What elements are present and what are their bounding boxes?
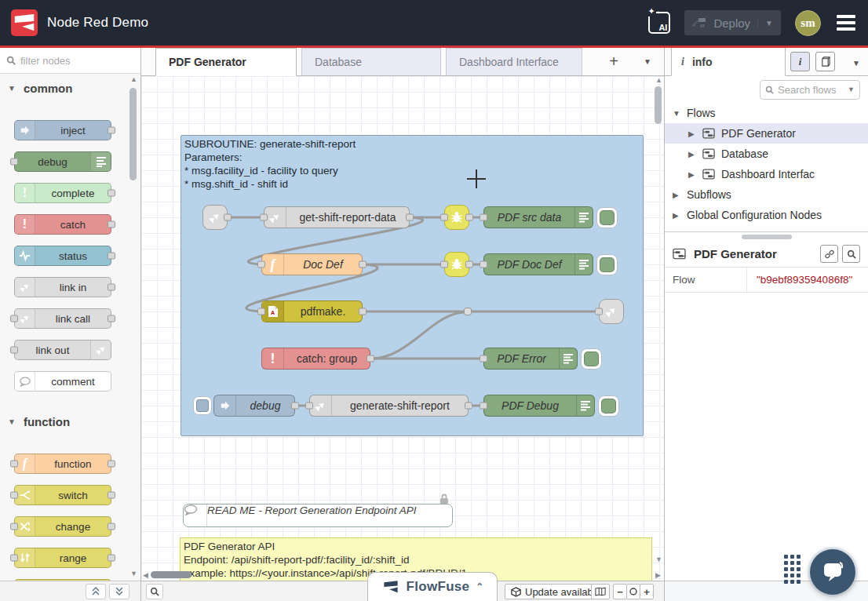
port[interactable] bbox=[480, 402, 487, 410]
scroll-down-icon[interactable]: ▼ bbox=[130, 570, 137, 577]
palette-node-range[interactable]: range bbox=[14, 548, 111, 568]
help-book-button[interactable] bbox=[815, 52, 835, 71]
flowfuse-button[interactable]: FlowFuse ⌃ bbox=[367, 572, 498, 601]
zoom-reset-button[interactable] bbox=[626, 584, 640, 599]
add-flow-button[interactable]: + bbox=[604, 53, 623, 71]
palette-node-switch[interactable]: switch bbox=[14, 485, 111, 505]
canvas-search-button[interactable] bbox=[146, 584, 163, 599]
node-bug-2[interactable] bbox=[444, 252, 469, 277]
port[interactable] bbox=[406, 214, 414, 221]
search-flows-select[interactable]: Search flows ▼ bbox=[760, 80, 860, 100]
deploy-caret-icon[interactable]: ▼ bbox=[757, 19, 773, 27]
palette-node-comment[interactable]: comment bbox=[14, 371, 111, 392]
port[interactable] bbox=[305, 402, 313, 410]
palette-node-inject[interactable]: inject bbox=[14, 120, 111, 140]
node-inject-debug[interactable]: debug bbox=[213, 395, 295, 417]
node-get-shift-report-data[interactable]: get-shift-report-data bbox=[264, 206, 410, 228]
zoom-in-button[interactable]: + bbox=[640, 584, 654, 599]
port[interactable] bbox=[480, 355, 487, 362]
copy-link-button[interactable] bbox=[820, 245, 838, 263]
palette-node-debug[interactable]: debug bbox=[14, 151, 111, 172]
tab-database[interactable]: Database bbox=[301, 48, 441, 75]
port[interactable] bbox=[224, 214, 232, 221]
port[interactable] bbox=[108, 555, 115, 562]
splitter-grip[interactable] bbox=[742, 235, 792, 239]
zoom-out-button[interactable]: − bbox=[613, 584, 627, 599]
chevron-right-icon[interactable]: ▶ bbox=[688, 150, 696, 158]
tab-pdf-generator[interactable]: PDF Generator bbox=[155, 48, 297, 76]
tree-item-pdf-generator[interactable]: ▶ PDF Generator bbox=[665, 123, 868, 144]
scroll-up-icon[interactable]: ▲ bbox=[130, 75, 137, 83]
chevron-right-icon[interactable]: ▶ bbox=[688, 170, 696, 179]
node-readme-comment[interactable]: READ ME - Report Generation Endpoint API bbox=[183, 504, 453, 527]
expand-all-button[interactable] bbox=[109, 584, 129, 599]
node-pdf-error[interactable]: PDF Error bbox=[483, 348, 578, 370]
chevron-right-icon[interactable]: ▶ bbox=[673, 211, 680, 220]
port[interactable] bbox=[465, 261, 473, 268]
node-doc-def[interactable]: f Doc Def bbox=[261, 253, 363, 275]
scroll-down-icon[interactable]: ▼ bbox=[655, 555, 662, 563]
port[interactable] bbox=[10, 347, 18, 354]
deploy-button[interactable]: Deploy ▼ bbox=[684, 10, 781, 35]
port[interactable] bbox=[595, 308, 603, 315]
port[interactable] bbox=[10, 461, 18, 468]
port[interactable] bbox=[359, 261, 367, 268]
palette-node-complete[interactable]: ! complete bbox=[14, 183, 111, 203]
scroll-right-icon[interactable]: ▶ bbox=[655, 571, 661, 579]
node-pdfmake[interactable]: A pdfmake. bbox=[261, 300, 363, 322]
tree-item-flows[interactable]: ▼ Flows bbox=[665, 103, 868, 123]
palette-node-function[interactable]: f function bbox=[14, 453, 111, 474]
palette-node-link-in[interactable]: link in bbox=[14, 277, 111, 297]
node-pdf-debug[interactable]: PDF Debug bbox=[483, 395, 595, 417]
port[interactable] bbox=[108, 190, 115, 197]
node-pdf-doc-def[interactable]: PDF Doc Def bbox=[483, 253, 593, 275]
node-bug-1[interactable] bbox=[444, 205, 469, 230]
tree-item-dashboard-interface[interactable]: ▶ Dashboard Interfac bbox=[665, 164, 868, 184]
debug-toggle-button[interactable] bbox=[598, 395, 619, 417]
sidebar-menu-caret-icon[interactable]: ▼ bbox=[852, 59, 860, 67]
info-panel-button[interactable]: i bbox=[790, 52, 810, 71]
port[interactable] bbox=[367, 355, 374, 362]
inject-button[interactable] bbox=[193, 396, 212, 415]
user-avatar[interactable]: sm bbox=[795, 10, 821, 36]
chevron-right-icon[interactable]: ▶ bbox=[673, 191, 680, 199]
tree-item-database[interactable]: ▶ Database bbox=[665, 144, 868, 164]
node-pdf-src-data[interactable]: PDF src data bbox=[483, 206, 593, 228]
tab-info[interactable]: i info bbox=[671, 48, 786, 76]
port[interactable] bbox=[108, 253, 115, 260]
port[interactable] bbox=[108, 127, 115, 134]
scroll-left-icon[interactable]: ◀ bbox=[143, 571, 148, 579]
tab-dashboard-interface[interactable]: Dashboard Interface bbox=[446, 48, 582, 75]
port[interactable] bbox=[480, 261, 487, 268]
flow-canvas[interactable]: SUBROUTINE: generate-shift-report Parame… bbox=[141, 76, 664, 581]
port[interactable] bbox=[108, 461, 115, 468]
ai-assistant-button[interactable]: ✦ ✦ AI bbox=[648, 12, 670, 34]
node-link-in[interactable] bbox=[202, 205, 228, 230]
category-function[interactable]: ▼ function bbox=[8, 415, 70, 428]
tree-item-global-config[interactable]: ▶ Global Configuration Nodes bbox=[665, 205, 868, 225]
port[interactable] bbox=[10, 315, 18, 322]
port[interactable] bbox=[10, 555, 18, 562]
main-menu-button[interactable] bbox=[835, 12, 857, 34]
port[interactable] bbox=[108, 523, 115, 530]
flow-list-caret-icon[interactable]: ▼ bbox=[644, 57, 651, 66]
scroll-up-icon[interactable]: ▲ bbox=[655, 76, 662, 84]
palette-node-link-out[interactable]: link out bbox=[14, 340, 111, 360]
port[interactable] bbox=[10, 158, 18, 166]
vertical-scrollbar[interactable]: ▲ ▼ bbox=[654, 76, 663, 570]
debug-toggle-button[interactable] bbox=[596, 254, 618, 275]
palette-node-change[interactable]: change bbox=[14, 516, 111, 537]
port[interactable] bbox=[480, 214, 487, 221]
palette-node-catch[interactable]: ! catch bbox=[14, 214, 111, 235]
port[interactable] bbox=[108, 284, 115, 291]
node-generate-shift-report[interactable]: generate-shift-report bbox=[309, 395, 469, 417]
debug-toggle-button[interactable] bbox=[581, 348, 602, 370]
tree-item-subflows[interactable]: ▶ Subflows bbox=[665, 184, 868, 205]
search-detail-button[interactable] bbox=[842, 245, 860, 263]
port[interactable] bbox=[465, 214, 473, 221]
node-link-out[interactable] bbox=[599, 299, 624, 324]
port[interactable] bbox=[108, 315, 115, 322]
debug-toggle-button[interactable] bbox=[596, 207, 618, 228]
port[interactable] bbox=[440, 261, 448, 268]
port[interactable] bbox=[260, 214, 268, 221]
